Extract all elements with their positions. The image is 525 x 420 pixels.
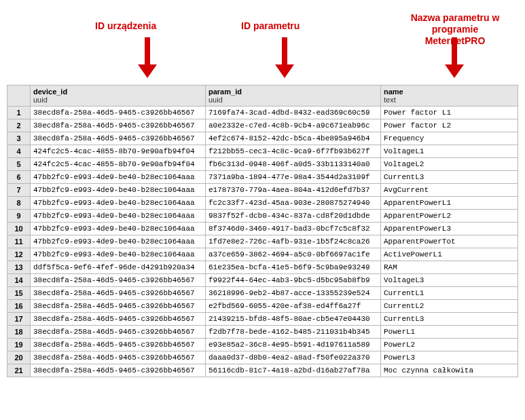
cell-param-id[interactable]: 8f3746d0-3460-4917-bad3-0bcf7c5c8f32 (206, 223, 381, 235)
table-row[interactable]: 1738ecd8fa-258a-46d5-9465-c3926bb4656721… (7, 313, 518, 326)
cell-param-id[interactable]: e2fbd569-6055-420e-af38-ed4ff6a27f (206, 300, 381, 313)
cell-param-id[interactable]: 61e235ea-bcfa-41e5-b6f9-5c9ba9e93249 (206, 261, 381, 274)
table-row[interactable]: 1247bb2fc9-e993-4de9-be40-b28ec1064aaaa3… (7, 248, 518, 261)
cell-name[interactable]: PowerL1 (381, 326, 518, 339)
cell-name[interactable]: VoltageL3 (381, 274, 518, 287)
row-number[interactable]: 1 (7, 107, 31, 119)
cell-param-id[interactable]: e1787370-779a-4aea-804a-412d6efd7b37 (206, 184, 381, 197)
table-row[interactable]: 1438ecd8fa-258a-46d5-9465-c3926bb46567f9… (7, 274, 518, 287)
cell-name[interactable]: Power factor L2 (381, 119, 518, 132)
table-row[interactable]: 1838ecd8fa-258a-46d5-9465-c3926bb46567f2… (7, 326, 518, 339)
cell-param-id[interactable]: fc2c33f7-423d-45aa-903e-280875274940 (206, 197, 381, 210)
cell-param-id[interactable]: e93e85a2-36c8-4e95-b591-4d197611a589 (206, 339, 381, 351)
row-number[interactable]: 7 (7, 184, 31, 197)
cell-name[interactable]: CurrentL1 (381, 287, 518, 300)
cell-name[interactable]: AvgCurrent (381, 184, 518, 197)
cell-name[interactable]: VoltageL1 (381, 145, 518, 158)
table-row[interactable]: 13ddf5f5ca-9ef6-4fef-96de-d4291b920a3461… (7, 261, 518, 274)
header-device-id[interactable]: device_id uuid (31, 85, 206, 107)
table-row[interactable]: 338ecd8fa-258a-46d5-9465-c3926bb465674ef… (7, 132, 518, 145)
row-number[interactable]: 13 (7, 261, 31, 274)
table-row[interactable]: 238ecd8fa-258a-46d5-9465-c3926bb46567a0e… (7, 119, 518, 132)
cell-param-id[interactable]: daaa0d37-d8b0-4ea2-a8ad-f50fe022a370 (206, 351, 381, 364)
cell-name[interactable]: ApparentPowerL3 (381, 223, 518, 235)
cell-name[interactable]: CurrentL3 (381, 313, 518, 326)
table-row[interactable]: 847bb2fc9-e993-4de9-be40-b28ec1064aaafc2… (7, 197, 518, 210)
table-row[interactable]: 947bb2fc9-e993-4de9-be40-b28ec1064aaa983… (7, 210, 518, 223)
cell-device-id[interactable]: 47bb2fc9-e993-4de9-be40-b28ec1064aaa (31, 197, 206, 210)
cell-param-id[interactable]: a0e2332e-c7ed-4c8b-9cb4-a9c671eab96c (206, 119, 381, 132)
table-row[interactable]: 1538ecd8fa-258a-46d5-9465-c3926bb4656736… (7, 287, 518, 300)
cell-name[interactable]: CurrentL2 (381, 300, 518, 313)
cell-name[interactable]: RAM (381, 261, 518, 274)
row-number[interactable]: 15 (7, 287, 31, 300)
cell-device-id[interactable]: 38ecd8fa-258a-46d5-9465-c3926bb46567 (31, 351, 206, 364)
cell-device-id[interactable]: 47bb2fc9-e993-4de9-be40-b28ec1064aaa (31, 210, 206, 223)
cell-device-id[interactable]: 47bb2fc9-e993-4de9-be40-b28ec1064aaa (31, 248, 206, 261)
row-number[interactable]: 11 (7, 235, 31, 248)
cell-device-id[interactable]: 424fc2c5-4cac-4855-8b70-9e90afb94f04 (31, 145, 206, 158)
cell-param-id[interactable]: 56116cdb-81c7-4a18-a2bd-d16ab27af78a (206, 364, 381, 377)
row-number[interactable]: 2 (7, 119, 31, 132)
cell-device-id[interactable]: 47bb2fc9-e993-4de9-be40-b28ec1064aaa (31, 223, 206, 235)
table-row[interactable]: 4424fc2c5-4cac-4855-8b70-9e90afb94f04f21… (7, 145, 518, 158)
cell-device-id[interactable]: 47bb2fc9-e993-4de9-be40-b28ec1064aaa (31, 235, 206, 248)
cell-device-id[interactable]: 38ecd8fa-258a-46d5-9465-c3926bb46567 (31, 107, 206, 119)
cell-device-id[interactable]: 38ecd8fa-258a-46d5-9465-c3926bb46567 (31, 300, 206, 313)
cell-name[interactable]: Moc czynna całkowita (381, 364, 518, 377)
row-number[interactable]: 5 (7, 158, 31, 171)
table-row[interactable]: 2038ecd8fa-258a-46d5-9465-c3926bb46567da… (7, 351, 518, 364)
cell-device-id[interactable]: ddf5f5ca-9ef6-4fef-96de-d4291b920a34 (31, 261, 206, 274)
cell-device-id[interactable]: 38ecd8fa-258a-46d5-9465-c3926bb46567 (31, 326, 206, 339)
cell-name[interactable]: Frequency (381, 132, 518, 145)
row-number[interactable]: 21 (7, 364, 31, 377)
cell-device-id[interactable]: 424fc2c5-4cac-4855-8b70-9e90afb94f04 (31, 158, 206, 171)
cell-device-id[interactable]: 38ecd8fa-258a-46d5-9465-c3926bb46567 (31, 274, 206, 287)
cell-device-id[interactable]: 38ecd8fa-258a-46d5-9465-c3926bb46567 (31, 132, 206, 145)
table-row[interactable]: 1638ecd8fa-258a-46d5-9465-c3926bb46567e2… (7, 300, 518, 313)
cell-param-id[interactable]: f212bb55-cec3-4c8c-9ca9-6f7fb93b627f (206, 145, 381, 158)
cell-param-id[interactable]: 7169fa74-3cad-4dbd-8432-ead369c60c59 (206, 107, 381, 119)
cell-param-id[interactable]: 21439215-bfd8-48f5-80ae-cb5e47e04430 (206, 313, 381, 326)
cell-device-id[interactable]: 47bb2fc9-e993-4de9-be40-b28ec1064aaa (31, 184, 206, 197)
header-param-id[interactable]: param_id uuid (206, 85, 381, 107)
cell-name[interactable]: Power factor L1 (381, 107, 518, 119)
row-number[interactable]: 4 (7, 145, 31, 158)
table-row[interactable]: 1047bb2fc9-e993-4de9-be40-b28ec1064aaa8f… (7, 223, 518, 235)
row-number[interactable]: 3 (7, 132, 31, 145)
cell-param-id[interactable]: f2db7f78-bede-4162-b485-211031b4b345 (206, 326, 381, 339)
cell-param-id[interactable]: 1fd7e8e2-726c-4afb-931e-1b5f24c8ca26 (206, 235, 381, 248)
row-number[interactable]: 14 (7, 274, 31, 287)
row-number[interactable]: 16 (7, 300, 31, 313)
table-row[interactable]: 2138ecd8fa-258a-46d5-9465-c3926bb4656756… (7, 364, 518, 377)
cell-device-id[interactable]: 38ecd8fa-258a-46d5-9465-c3926bb46567 (31, 364, 206, 377)
cell-name[interactable]: CurrentL3 (381, 171, 518, 184)
table-row[interactable]: 647bb2fc9-e993-4de9-be40-b28ec1064aaa737… (7, 171, 518, 184)
cell-param-id[interactable]: f9922f44-64ec-4ab3-9bc5-d5bc95ab8fb9 (206, 274, 381, 287)
cell-name[interactable]: VoltageL2 (381, 158, 518, 171)
table-row[interactable]: 5424fc2c5-4cac-4855-8b70-9e90afb94f04fb6… (7, 158, 518, 171)
cell-device-id[interactable]: 47bb2fc9-e993-4de9-be40-b28ec1064aaa (31, 171, 206, 184)
header-name[interactable]: name text (381, 85, 518, 107)
row-number[interactable]: 19 (7, 339, 31, 351)
cell-param-id[interactable]: a37ce659-3862-4694-a5c0-0bf6697ac1fe (206, 248, 381, 261)
cell-name[interactable]: PowerL3 (381, 351, 518, 364)
cell-device-id[interactable]: 38ecd8fa-258a-46d5-9465-c3926bb46567 (31, 339, 206, 351)
row-number[interactable]: 8 (7, 197, 31, 210)
table-row[interactable]: 747bb2fc9-e993-4de9-be40-b28ec1064aaae17… (7, 184, 518, 197)
cell-device-id[interactable]: 38ecd8fa-258a-46d5-9465-c3926bb46567 (31, 313, 206, 326)
cell-name[interactable]: ApparentPowerTot (381, 235, 518, 248)
cell-device-id[interactable]: 38ecd8fa-258a-46d5-9465-c3926bb46567 (31, 287, 206, 300)
row-number[interactable]: 17 (7, 313, 31, 326)
row-number[interactable]: 20 (7, 351, 31, 364)
cell-name[interactable]: ApparentPowerL1 (381, 197, 518, 210)
cell-name[interactable]: ApparentPowerL2 (381, 210, 518, 223)
cell-param-id[interactable]: 9837f52f-dcb0-434c-837a-cd8f20d1dbde (206, 210, 381, 223)
cell-param-id[interactable]: 36218996-9eb2-4b87-acce-13355239e524 (206, 287, 381, 300)
row-number[interactable]: 6 (7, 171, 31, 184)
row-number[interactable]: 18 (7, 326, 31, 339)
table-row[interactable]: 1147bb2fc9-e993-4de9-be40-b28ec1064aaa1f… (7, 235, 518, 248)
row-number[interactable]: 9 (7, 210, 31, 223)
cell-param-id[interactable]: 4ef2c674-8152-42dc-b5ca-4be895a946b4 (206, 132, 381, 145)
cell-name[interactable]: PowerL2 (381, 339, 518, 351)
